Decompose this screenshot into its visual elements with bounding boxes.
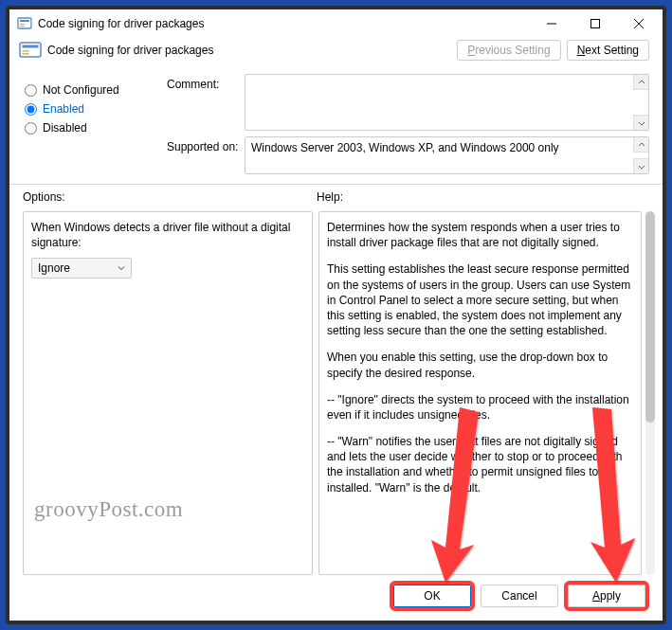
divider: [9, 184, 663, 185]
window-title: Code signing for driver packages: [38, 17, 530, 30]
comment-textarea[interactable]: [245, 74, 649, 131]
policy-icon: [19, 41, 42, 60]
cancel-button[interactable]: Cancel: [481, 585, 558, 607]
disabled-radio[interactable]: [25, 122, 37, 135]
response-dropdown-value: Ignore: [38, 261, 70, 275]
response-dropdown[interactable]: Ignore: [31, 258, 132, 279]
supported-on-value: Windows Server 2003, Windows XP, and Win…: [251, 141, 559, 154]
enabled-radio[interactable]: [25, 103, 37, 116]
scrollbar-thumb[interactable]: [645, 211, 655, 423]
scroll-down-icon[interactable]: [633, 115, 648, 130]
options-prompt: When Windows detects a driver file witho…: [31, 220, 304, 250]
policy-title: Code signing for driver packages: [47, 44, 451, 57]
chevron-down-icon: [118, 261, 125, 275]
svg-rect-1: [20, 20, 29, 22]
svg-rect-11: [23, 53, 29, 55]
help-text: -- "Ignore" directs the system to procee…: [327, 392, 633, 423]
previous-setting-button[interactable]: Previous Setting: [457, 40, 560, 61]
settings-area: Not Configured Enabled Disabled Comment:…: [9, 70, 663, 182]
scroll-down-icon[interactable]: [633, 158, 648, 173]
scroll-up-icon[interactable]: [633, 75, 648, 90]
footer: OK Cancel Apply: [9, 575, 663, 621]
disabled-label[interactable]: Disabled: [43, 121, 87, 135]
minimize-button[interactable]: [530, 9, 573, 38]
svg-rect-3: [20, 26, 25, 27]
svg-rect-10: [23, 50, 29, 52]
next-setting-button[interactable]: Next Setting: [567, 40, 649, 61]
header: Code signing for driver packages Previou…: [9, 38, 663, 70]
supported-on-text: Windows Server 2003, Windows XP, and Win…: [245, 136, 649, 174]
dialog-window: Code signing for driver packages Code si…: [9, 9, 663, 621]
comment-label: Comment:: [167, 74, 245, 91]
svg-rect-9: [23, 45, 39, 48]
ok-button[interactable]: OK: [393, 585, 471, 607]
help-scrollbar[interactable]: [645, 211, 655, 575]
help-panel: Determines how the system responds when …: [318, 211, 642, 575]
help-text: When you enable this setting, use the dr…: [327, 350, 633, 380]
svg-rect-2: [20, 24, 25, 25]
svg-rect-0: [18, 18, 31, 28]
svg-rect-8: [20, 43, 41, 57]
maximize-button[interactable]: [573, 9, 617, 38]
help-text: This setting establishes the least secur…: [327, 261, 633, 338]
close-button[interactable]: [617, 9, 661, 38]
help-text: Determines how the system responds when …: [327, 220, 633, 250]
options-panel: When Windows detects a driver file witho…: [23, 211, 313, 575]
help-text: -- "Warn" notifies the user that files a…: [327, 434, 633, 495]
enabled-label[interactable]: Enabled: [43, 102, 84, 116]
apply-button[interactable]: Apply: [568, 585, 645, 607]
options-heading: Options:: [23, 190, 317, 204]
supported-on-label: Supported on:: [167, 136, 245, 153]
titlebar: Code signing for driver packages: [9, 9, 663, 38]
not-configured-radio[interactable]: [25, 84, 37, 97]
svg-rect-5: [591, 20, 600, 28]
scroll-up-icon[interactable]: [633, 137, 648, 153]
help-heading: Help:: [317, 190, 343, 204]
app-icon: [17, 16, 32, 31]
not-configured-label[interactable]: Not Configured: [43, 83, 119, 97]
